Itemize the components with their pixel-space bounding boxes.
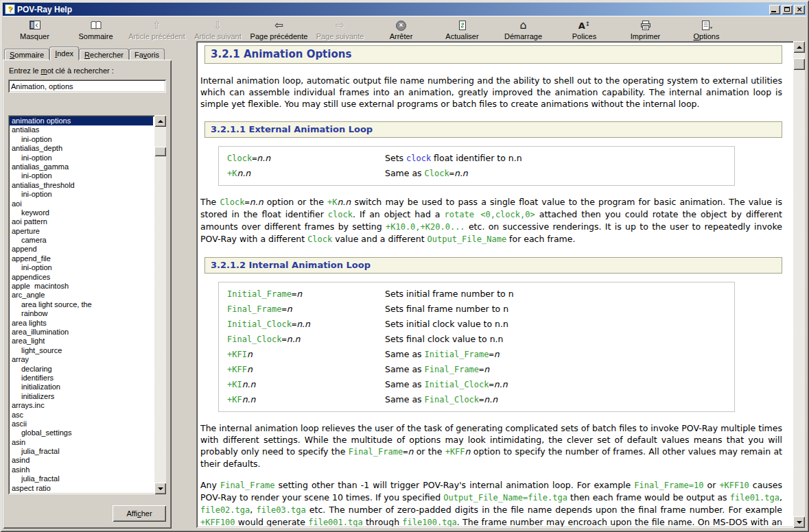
index-entry-asind[interactable]: asind [10,456,153,465]
toolbar-button-article-suivant: ⇩Article suivant [187,16,248,43]
index-entry-declaring[interactable]: declaring [10,365,153,374]
option-cell: Final_Clock=n.n [227,332,385,347]
inline-code: Final_Frame [349,447,403,457]
index-entry-arc-angle[interactable]: arc_angle [10,291,153,300]
inline-parameter: n.n [257,153,270,163]
toolbar-button-imprimer[interactable]: Imprimer [615,16,676,43]
arrow-right-icon: ⇨ [336,19,344,32]
index-entry-area-light[interactable]: area_light [10,337,153,346]
text-run: would generate [235,517,309,527]
index-entry-append[interactable]: append [10,245,153,254]
index-entry-ini-option[interactable]: ini-option [10,190,153,199]
index-entry-global-settings[interactable]: global_settings [10,428,153,437]
index-entry-aoi-pattern[interactable]: aoi pattern [10,217,153,226]
index-entry-aperture[interactable]: aperture [10,227,153,236]
paragraph: The internal animation loop relieves the… [200,422,782,470]
index-entry-keyword[interactable]: keyword [10,208,153,217]
toolbar-button-demarrage[interactable]: ⌂Démarrage [493,16,554,43]
index-list: animation optionsantialiasini-optionanti… [10,117,153,493]
index-entry-aoi[interactable]: aoi [10,200,153,208]
index-entry-initializers[interactable]: initializers [10,392,153,401]
index-entry-area-light-source-the[interactable]: area light source, the [10,300,153,309]
content-scroll-thumb[interactable] [793,58,805,70]
tab-rechercher[interactable]: Rechercher [79,49,129,60]
index-entry-asc[interactable]: asc [10,411,153,420]
minimize-icon [771,11,776,12]
index-entry-ini-option[interactable]: ini-option [10,154,153,162]
index-entry-area-lights[interactable]: area lights [10,319,153,328]
list-scroll-down-button[interactable] [154,483,166,494]
index-entry-appendices[interactable]: appendices [10,273,153,282]
tab-favoris[interactable]: Favoris [129,49,165,60]
index-entry-ini-option[interactable]: ini-option [10,171,153,180]
close-icon: × [796,5,802,13]
text-run: then each frame would be output as [567,492,730,503]
tab-sommaire[interactable]: Sommaire [4,49,49,60]
description-cell: Sets initial frame number to n [385,287,726,302]
index-entry-aspect-ratio[interactable]: aspect ratio [10,484,153,493]
table-row: +KIn.nSame as Initial_Clock=n.n [219,377,734,392]
close-button[interactable]: × [794,5,805,14]
index-entry-initialization[interactable]: initialization [10,383,153,391]
minimize-button[interactable] [769,5,780,14]
index-entry-ini-option[interactable]: ini-option [10,263,153,272]
index-entry-camera[interactable]: camera [10,236,153,245]
toolbar-button-sommaire[interactable]: Sommaire [65,16,126,43]
toolbar-button-arreter[interactable]: ×Arrêter [371,16,432,43]
description-cell: Same as Initial_Frame=n [385,347,726,362]
description-cell: Same as Initial_Clock=n.n [385,377,726,392]
display-button[interactable]: Afficher [113,505,166,522]
index-entry-asin[interactable]: asin [10,438,153,447]
index-entry-append-file[interactable]: append_file [10,254,153,263]
index-entry-antialias-depth[interactable]: antialias_depth [10,144,153,153]
content-scroll-up-button[interactable] [793,41,805,53]
index-entry-ascii[interactable]: ascii [10,420,153,428]
text-run: value and a different [332,234,427,244]
option-cell: Initial_Frame=n [227,287,385,302]
index-entry-identifiers[interactable]: identifiers [10,374,153,383]
option-cell: +Kn.n [227,166,385,181]
index-list-scrollbar[interactable] [154,115,166,494]
index-entry-antialias-threshold[interactable]: antialias_threshold [10,181,153,190]
index-entry-arrays-inc[interactable]: arrays.inc [10,401,153,410]
toolbar-button-page-precedente[interactable]: ⇦Page précédente [248,16,309,43]
content-scroll-down-button[interactable] [793,516,805,528]
index-entry-julia-fractal[interactable]: julia_fractal [10,447,153,456]
titlebar[interactable]: ? POV-Ray Help × [3,3,806,16]
toolbar-button-options[interactable]: Options [676,16,737,43]
inline-code: Final_Frame [220,481,274,490]
index-entry-asinh[interactable]: asinh [10,466,153,474]
index-entry-apple-macintosh[interactable]: apple macintosh [10,282,153,291]
table-row: Initial_Clock=n.nSets initial clock valu… [219,317,734,332]
index-entry-array[interactable]: array [10,355,153,364]
list-scroll-up-button[interactable] [154,115,166,127]
index-entry-area-illumination[interactable]: area_illumination [10,328,153,337]
inline-parameter: n [494,349,500,359]
tab-index[interactable]: Index [49,47,79,60]
content-scrollbar[interactable] [793,41,805,528]
index-entry-animation-options[interactable]: animation options [10,117,153,125]
toolbar-button-polices[interactable]: A↕Polices [554,16,615,43]
inline-parameter: n.n [287,334,301,344]
keyword-input[interactable] [8,80,166,93]
maximize-button[interactable] [782,5,793,14]
inline-code: +KFF100 [200,518,235,527]
text-run: , [779,492,782,503]
inline-code: Final_Frame [227,304,281,314]
description-cell: Sets final clock value to n.n [385,332,726,347]
sidebar-tabs: SommaireIndexRechercherFavoris [4,47,165,60]
text-run: or the [413,446,445,457]
table-row: Final_Clock=n.nSets final clock value to… [219,332,734,347]
index-entry-light-source[interactable]: light_source [10,346,153,355]
index-entry-julia-fractal[interactable]: julia_fractal [10,474,153,483]
text-run: Same as [385,394,425,404]
index-entry-ini-option[interactable]: ini-option [10,135,153,144]
index-entry-rainbow[interactable]: rainbow [10,309,153,318]
inline-link[interactable]: clock [406,154,431,163]
list-scroll-thumb[interactable] [154,147,166,156]
inline-code: Final_Frame=10 [634,481,703,490]
toolbar-button-actualiser[interactable]: Actualiser [432,16,493,43]
toolbar-button-masquer[interactable]: Masquer [4,16,65,43]
index-entry-antialias-gamma[interactable]: antialias_gamma [10,162,153,171]
index-entry-antialias[interactable]: antialias [10,125,153,134]
